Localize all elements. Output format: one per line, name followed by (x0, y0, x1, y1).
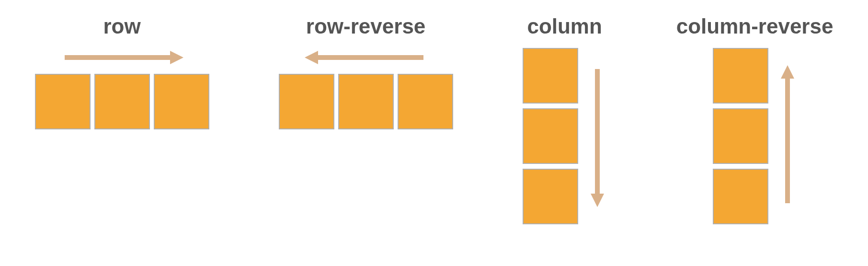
flex-item-box (523, 48, 578, 104)
panel-column-content (523, 48, 607, 224)
svg-marker-3 (305, 51, 318, 64)
svg-marker-1 (170, 51, 183, 64)
panel-row: row (35, 14, 209, 129)
panel-row-reverse: row-reverse (279, 14, 453, 129)
arrow-down-icon (588, 64, 607, 208)
panel-row-reverse-content (279, 48, 453, 129)
flex-item-box (713, 48, 768, 104)
flex-item-box (713, 108, 768, 164)
flex-item-box (279, 74, 334, 129)
panel-row-content (35, 48, 209, 129)
flex-item-box (523, 169, 578, 224)
flex-item-box (94, 74, 150, 129)
panel-column-reverse-boxes (713, 48, 768, 224)
flex-item-box (398, 74, 453, 129)
panel-column-title: column (527, 14, 602, 38)
panel-column-boxes (523, 48, 578, 224)
panel-row-reverse-title: row-reverse (306, 14, 425, 38)
flex-item-box (35, 74, 91, 129)
svg-marker-7 (781, 65, 794, 79)
arrow-right-icon (60, 48, 184, 67)
flex-item-box (338, 74, 394, 129)
svg-marker-5 (591, 194, 604, 207)
panel-column-reverse-content (713, 48, 797, 224)
flex-direction-diagram: row row-reverse (0, 0, 868, 266)
flex-item-box (154, 74, 209, 129)
panel-row-boxes (35, 74, 209, 129)
arrow-up-icon (778, 64, 797, 208)
panel-column-reverse: column-reverse (676, 14, 834, 224)
panel-column-reverse-title: column-reverse (676, 14, 834, 38)
arrow-left-icon (304, 48, 428, 67)
panel-column: column (523, 14, 607, 224)
panel-row-reverse-boxes (279, 74, 453, 129)
flex-item-box (713, 169, 768, 224)
flex-item-box (523, 108, 578, 164)
panel-row-title: row (103, 14, 140, 38)
